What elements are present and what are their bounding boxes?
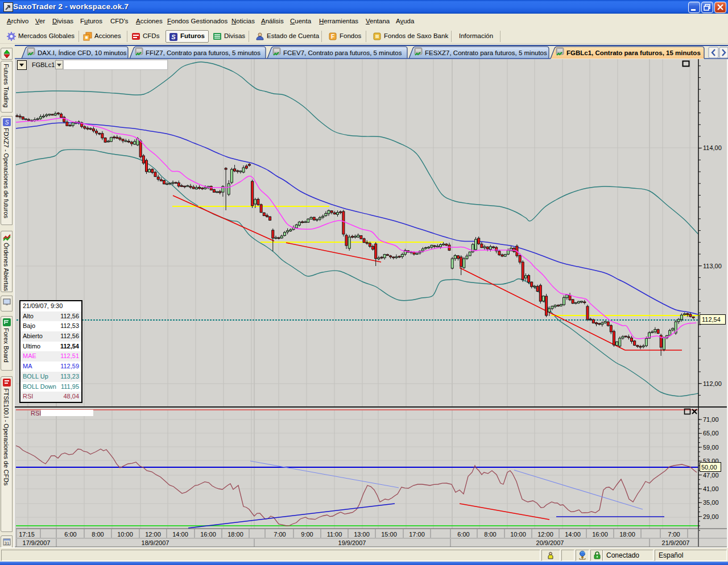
svg-text:47,00: 47,00 bbox=[703, 472, 719, 479]
svg-text:35,00: 35,00 bbox=[703, 499, 719, 506]
svg-text:7:00: 7:00 bbox=[274, 531, 286, 538]
svg-text:12:00: 12:00 bbox=[537, 531, 553, 538]
svg-text:17/9/2007: 17/9/2007 bbox=[23, 539, 51, 546]
svg-text:50,00: 50,00 bbox=[701, 464, 717, 471]
svg-text:16:00: 16:00 bbox=[592, 531, 608, 538]
svg-text:18/9/2007: 18/9/2007 bbox=[142, 539, 169, 546]
svg-text:FFIZ7, Contrato para futuros,: FFIZ7, Contrato para futuros, 5 minutos bbox=[146, 49, 260, 56]
svg-text:RSI: RSI bbox=[31, 410, 41, 417]
svg-text:15:00: 15:00 bbox=[381, 531, 397, 538]
svg-text:113,00: 113,00 bbox=[703, 263, 722, 269]
svg-text:112,54: 112,54 bbox=[702, 316, 721, 323]
svg-text:F: F bbox=[331, 34, 334, 40]
svg-text:DAX.I, Índice CFD, 10 minutos: DAX.I, Índice CFD, 10 minutos bbox=[38, 49, 127, 56]
svg-text:112,00: 112,00 bbox=[703, 380, 722, 387]
svg-text:8:00: 8:00 bbox=[484, 531, 496, 538]
svg-text:20/9/2007: 20/9/2007 bbox=[536, 539, 564, 546]
svg-text:9:00: 9:00 bbox=[301, 531, 313, 538]
svg-text:17:00: 17:00 bbox=[409, 531, 425, 538]
svg-text:14:00: 14:00 bbox=[565, 531, 581, 538]
svg-text:31: 31 bbox=[5, 541, 10, 546]
svg-text:19/9/2007: 19/9/2007 bbox=[338, 539, 366, 546]
svg-text:7:00: 7:00 bbox=[668, 531, 680, 538]
svg-text:6:00: 6:00 bbox=[457, 531, 469, 538]
svg-text:S: S bbox=[171, 34, 176, 40]
svg-text:41,00: 41,00 bbox=[703, 485, 719, 492]
svg-text:FGBLc1, Contrato para futuros,: FGBLc1, Contrato para futuros, 15 minuto… bbox=[566, 49, 701, 56]
svg-text:114,00: 114,00 bbox=[703, 144, 722, 151]
svg-text:59,00: 59,00 bbox=[703, 444, 719, 451]
svg-text:21/9/2007: 21/9/2007 bbox=[662, 539, 690, 546]
svg-text:17:15: 17:15 bbox=[19, 531, 35, 538]
svg-text:10:00: 10:00 bbox=[117, 531, 133, 538]
svg-text:11:00: 11:00 bbox=[327, 531, 342, 538]
svg-text:FCEV7, Contrato para futuros,: FCEV7, Contrato para futuros, 5 minutos bbox=[283, 49, 402, 56]
svg-text:S: S bbox=[5, 119, 9, 126]
svg-text:65,00: 65,00 bbox=[703, 430, 719, 437]
svg-text:16:00: 16:00 bbox=[200, 531, 216, 538]
svg-text:8:00: 8:00 bbox=[92, 531, 104, 538]
svg-text:13:00: 13:00 bbox=[354, 531, 370, 538]
svg-text:71,00: 71,00 bbox=[703, 416, 719, 423]
svg-text:18:00: 18:00 bbox=[228, 531, 243, 538]
svg-text:29,00: 29,00 bbox=[703, 513, 719, 520]
svg-text:6:00: 6:00 bbox=[64, 531, 76, 538]
svg-text:14:00: 14:00 bbox=[172, 531, 188, 538]
svg-text:18:00: 18:00 bbox=[619, 531, 635, 538]
svg-text:FESXZ7, Contrato para futuros,: FESXZ7, Contrato para futuros, 5 minutos bbox=[425, 49, 547, 56]
svg-text:12:00: 12:00 bbox=[145, 531, 161, 538]
svg-text:10:00: 10:00 bbox=[510, 531, 526, 538]
